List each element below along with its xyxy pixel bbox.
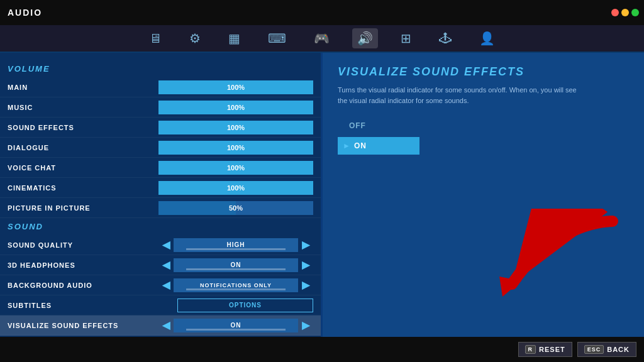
title-bar: AUDIO <box>0 0 644 25</box>
keyboard-icon[interactable]: ⌨ <box>263 28 291 48</box>
visualize-sound-effects-selector[interactable]: ◀ ON ▶ <box>158 319 313 332</box>
music-volume-row: MUSIC 100% <box>0 97 321 118</box>
sound-effects-volume-value: 100% <box>227 124 245 131</box>
maximize-btn[interactable] <box>631 9 639 16</box>
music-volume-value: 100% <box>227 104 245 111</box>
subtitles-label: SUBTITLES <box>8 302 158 309</box>
dialogue-volume-bar[interactable]: 100% <box>158 141 313 155</box>
reset-label: RESET <box>539 346 565 353</box>
off-option[interactable]: ► OFF <box>338 117 629 134</box>
main-volume-value: 100% <box>227 84 245 91</box>
headphones-value: ON <box>174 258 298 272</box>
headphones-right-arrow[interactable]: ▶ <box>298 259 313 271</box>
main-volume-bar[interactable]: 100% <box>158 80 313 94</box>
visualize-left-arrow[interactable]: ◀ <box>158 319 174 331</box>
background-audio-right-arrow[interactable]: ▶ <box>298 279 313 291</box>
main-volume-row: MAIN 100% <box>0 77 321 97</box>
pip-volume-row: PICTURE IN PICTURE 50% <box>0 198 321 218</box>
headphones-label: 3D HEADPHONES <box>8 261 158 269</box>
network-icon[interactable]: ⊞ <box>396 28 416 48</box>
dialogue-volume-row: DIALOGUE 100% <box>0 138 321 158</box>
cinematics-volume-row: CINEMATICS 100% <box>0 178 321 198</box>
reset-button[interactable]: R RESET <box>518 342 572 357</box>
audio-icon[interactable]: 🔊 <box>352 28 378 48</box>
close-btn[interactable] <box>611 9 619 16</box>
music-volume-label: MUSIC <box>8 104 158 111</box>
visualize-sound-effects-row: VISUALIZE SOUND EFFECTS ◀ ON ▶ <box>0 315 321 336</box>
main-layout: VOLUME MAIN 100% MUSIC 100% SOUND EFFECT… <box>0 53 644 362</box>
headphones-row: 3D HEADPHONES ◀ ON ▶ <box>0 255 321 275</box>
gamecontroller-icon[interactable]: 🎮 <box>309 28 335 48</box>
back-label: BACK <box>607 346 630 353</box>
on-option-label: ON <box>354 141 367 150</box>
sound-quality-left-arrow[interactable]: ◀ <box>158 239 174 251</box>
monitor-icon[interactable]: 🖥 <box>144 29 167 48</box>
pip-volume-value: 50% <box>229 204 243 212</box>
display-icon[interactable]: ▦ <box>223 28 245 48</box>
voice-chat-volume-value: 100% <box>227 164 245 172</box>
volume-section-header: VOLUME <box>0 60 321 77</box>
sound-effects-volume-bar[interactable]: 100% <box>158 121 313 134</box>
cinematics-volume-value: 100% <box>227 184 245 192</box>
dialogue-volume-label: DIALOGUE <box>8 144 158 151</box>
visualize-sound-effects-label: VISUALIZE SOUND EFFECTS <box>8 322 158 329</box>
pip-volume-label: PICTURE IN PICTURE <box>8 204 158 212</box>
visualize-right-arrow[interactable]: ▶ <box>298 319 313 331</box>
on-option[interactable]: ► ON <box>338 137 419 155</box>
back-key-badge: ESC <box>584 345 604 354</box>
cinematics-volume-label: CINEMATICS <box>8 184 158 192</box>
cinematics-volume-bar[interactable]: 100% <box>158 181 313 195</box>
background-audio-left-arrow[interactable]: ◀ <box>158 279 174 291</box>
background-audio-selector[interactable]: ◀ NOTIFICATIONS ONLY ▶ <box>158 278 313 292</box>
nav-bar: 🖥 ⚙ ▦ ⌨ 🎮 🔊 ⊞ 🕹 👤 <box>0 25 644 53</box>
main-volume-label: MAIN <box>8 84 158 91</box>
subtitles-options-button[interactable]: OPTIONS <box>177 299 313 312</box>
subtitles-selector[interactable]: OPTIONS <box>158 299 313 312</box>
sound-effects-volume-label: SOUND EFFECTS <box>8 124 158 131</box>
music-volume-bar[interactable]: 100% <box>158 101 313 114</box>
voice-chat-volume-row: VOICE CHAT 100% <box>0 158 321 178</box>
subtitles-row: SUBTITLES OPTIONS <box>0 295 321 315</box>
sound-quality-row: SOUND QUALITY ◀ HIGH ▶ <box>0 235 321 255</box>
headphones-left-arrow[interactable]: ◀ <box>158 259 174 271</box>
sound-effects-volume-row: SOUND EFFECTS 100% <box>0 118 321 138</box>
on-option-arrow: ► <box>343 141 350 150</box>
detail-title: VISUALIZE SOUND EFFECTS <box>338 65 629 79</box>
red-arrow-indicator <box>499 209 625 312</box>
voice-chat-volume-bar[interactable]: 100% <box>158 161 313 175</box>
background-audio-value: NOTIFICATIONS ONLY <box>174 278 298 292</box>
reset-key-badge: R <box>525 345 536 354</box>
gear-icon[interactable]: ⚙ <box>184 28 206 48</box>
sound-quality-value: HIGH <box>174 238 298 252</box>
sound-quality-label: SOUND QUALITY <box>8 241 158 249</box>
back-button[interactable]: ESC BACK <box>577 342 636 357</box>
left-panel: VOLUME MAIN 100% MUSIC 100% SOUND EFFECT… <box>0 53 321 362</box>
gamepad-icon[interactable]: 🕹 <box>434 29 457 48</box>
visualize-sound-effects-value: ON <box>174 319 298 332</box>
off-option-label: OFF <box>349 121 366 130</box>
detail-description: Turns the visual radial indicator for so… <box>338 85 577 106</box>
sound-quality-selector[interactable]: ◀ HIGH ▶ <box>158 238 313 252</box>
background-audio-label: BACKGROUND AUDIO <box>8 282 158 289</box>
window-controls <box>611 9 639 16</box>
headphones-selector[interactable]: ◀ ON ▶ <box>158 258 313 272</box>
minimize-btn[interactable] <box>621 9 629 16</box>
app-title: AUDIO <box>8 8 42 18</box>
voice-chat-volume-label: VOICE CHAT <box>8 164 158 172</box>
bottom-bar: R RESET ESC BACK <box>0 337 644 362</box>
background-audio-row: BACKGROUND AUDIO ◀ NOTIFICATIONS ONLY ▶ <box>0 275 321 295</box>
pip-volume-bar[interactable]: 50% <box>158 201 313 215</box>
sound-section-header: SOUND <box>0 218 321 235</box>
right-panel: VISUALIZE SOUND EFFECTS Turns the visual… <box>323 53 644 362</box>
dialogue-volume-value: 100% <box>227 144 245 151</box>
sound-quality-right-arrow[interactable]: ▶ <box>298 239 313 251</box>
user-icon[interactable]: 👤 <box>474 28 500 48</box>
